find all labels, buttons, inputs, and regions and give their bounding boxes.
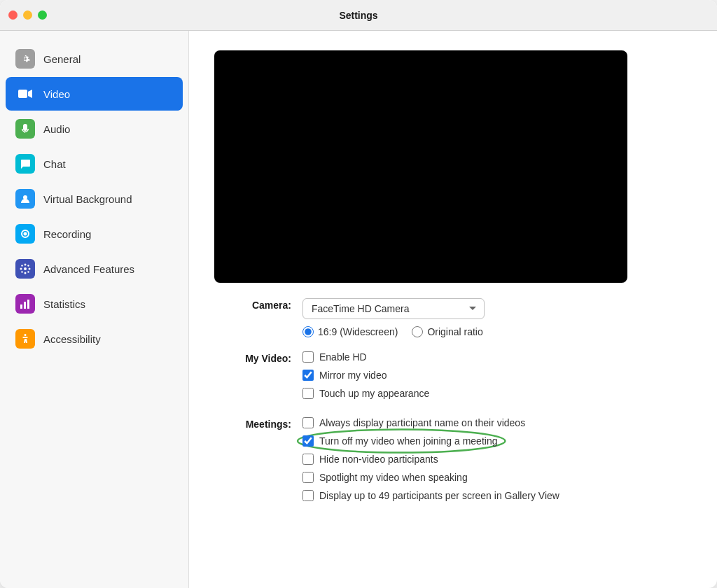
sidebar-item-accessibility[interactable]: Accessibility [6,322,183,356]
sidebar-label-chat: Chat [43,158,66,170]
checkbox-hide-non-video[interactable]: Hide non-video participants [302,454,692,465]
checkbox-turn-off-video-input[interactable] [302,435,314,447]
sidebar-item-recording[interactable]: Recording [6,217,183,251]
camera-controls: FaceTime HD Camera 16:9 (Widescreen) Ori… [302,298,692,340]
checkbox-touch-up-label: Touch up my appearance [319,388,429,399]
radio-widescreen[interactable]: 16:9 (Widescreen) [302,326,398,337]
checkbox-enable-hd-label: Enable HD [319,351,367,363]
svg-point-4 [24,267,27,270]
checkbox-enable-hd-input[interactable] [302,351,314,363]
general-icon [15,49,35,69]
sidebar-item-video[interactable]: Video [6,77,183,111]
titlebar: Settings [0,0,717,31]
meetings-label: Meetings: [214,417,291,430]
svg-point-11 [27,265,29,266]
sidebar-label-virtual-background: Virtual Background [43,193,132,205]
chat-icon [15,154,35,174]
sidebar-item-chat[interactable]: Chat [6,147,183,181]
svg-point-6 [25,272,27,274]
svg-point-12 [21,271,22,272]
meetings-row: Meetings: Always display participant nam… [214,417,692,508]
sidebar-item-general[interactable]: General [6,42,183,76]
main-content: General Video Audio [0,31,717,588]
checkbox-mirror-video[interactable]: Mirror my video [302,370,692,381]
checkbox-enable-hd[interactable]: Enable HD [302,351,692,363]
traffic-lights [8,10,47,20]
sidebar-label-video: Video [43,88,70,100]
sidebar-label-general: General [43,53,81,65]
checkbox-display-name-label: Always display participant name on their… [319,417,525,428]
checkbox-spotlight-input[interactable] [302,472,314,483]
virtual-background-icon [15,189,35,209]
statistics-icon [15,294,35,314]
checkbox-49-participants-label: Display up to 49 participants per screen… [319,490,559,501]
checkbox-spotlight[interactable]: Spotlight my video when speaking [302,472,692,483]
camera-select-wrap: FaceTime HD Camera [302,298,692,319]
checkbox-touch-up[interactable]: Touch up my appearance [302,388,692,399]
audio-icon [15,119,35,139]
recording-icon [15,224,35,244]
sidebar-item-statistics[interactable]: Statistics [6,287,183,321]
content-area: Camera: FaceTime HD Camera 16:9 (Widescr… [189,31,717,588]
svg-rect-14 [24,302,26,309]
checkbox-spotlight-label: Spotlight my video when speaking [319,472,468,483]
video-preview [214,50,627,283]
checkbox-display-name-input[interactable] [302,417,314,428]
svg-rect-13 [20,304,22,309]
accessibility-icon [15,329,35,349]
my-video-row: My Video: Enable HD Mirror my video Touc… [214,351,692,406]
svg-point-10 [27,271,29,272]
checkbox-turn-off-video-label: Turn off my video when joining a meeting [319,435,497,447]
sidebar-label-recording: Recording [43,228,91,240]
radio-original[interactable]: Original ratio [412,326,482,337]
radio-widescreen-input[interactable] [302,326,314,337]
checkbox-touch-up-input[interactable] [302,388,314,399]
sidebar-label-accessibility: Accessibility [43,333,101,345]
checkbox-hide-non-video-input[interactable] [302,454,314,465]
checkbox-hide-non-video-label: Hide non-video participants [319,454,438,465]
svg-rect-0 [18,90,27,98]
sidebar: General Video Audio [0,31,189,588]
checkbox-turn-off-video[interactable]: Turn off my video when joining a meeting [302,435,497,447]
sidebar-item-virtual-background[interactable]: Virtual Background [6,182,183,216]
highlighted-row-wrap: Turn off my video when joining a meeting [302,435,497,447]
svg-rect-15 [27,300,29,309]
checkbox-mirror-video-input[interactable] [302,370,314,381]
svg-point-5 [25,264,27,266]
checkbox-display-name[interactable]: Always display participant name on their… [302,417,692,428]
sidebar-label-audio: Audio [43,123,70,135]
sidebar-item-advanced-features[interactable]: Advanced Features [6,252,183,286]
window-title: Settings [339,10,377,21]
minimize-button[interactable] [23,10,32,20]
svg-point-9 [21,265,22,266]
close-button[interactable] [8,10,18,20]
checkbox-mirror-video-label: Mirror my video [319,370,387,381]
maximize-button[interactable] [38,10,47,20]
svg-point-3 [24,232,27,236]
my-video-controls: Enable HD Mirror my video Touch up my ap… [302,351,692,406]
camera-row: Camera: FaceTime HD Camera 16:9 (Widescr… [214,298,692,340]
meetings-controls: Always display participant name on their… [302,417,692,508]
radio-widescreen-label: 16:9 (Widescreen) [318,326,398,337]
camera-label: Camera: [214,298,291,311]
svg-point-8 [29,268,31,270]
sidebar-label-statistics: Statistics [43,298,85,310]
video-icon [15,84,35,104]
advanced-features-icon [15,259,35,279]
my-video-label: My Video: [214,351,291,364]
sidebar-label-advanced-features: Advanced Features [43,263,134,275]
svg-point-7 [20,268,22,270]
sidebar-item-audio[interactable]: Audio [6,112,183,146]
aspect-ratio-group: 16:9 (Widescreen) Original ratio [302,326,692,337]
checkbox-49-participants[interactable]: Display up to 49 participants per screen… [302,490,692,501]
checkbox-49-participants-input[interactable] [302,490,314,501]
camera-select[interactable]: FaceTime HD Camera [302,298,485,319]
settings-window: Settings General [0,0,717,588]
svg-point-16 [25,334,27,336]
radio-original-label: Original ratio [427,326,482,337]
radio-original-input[interactable] [412,326,423,337]
